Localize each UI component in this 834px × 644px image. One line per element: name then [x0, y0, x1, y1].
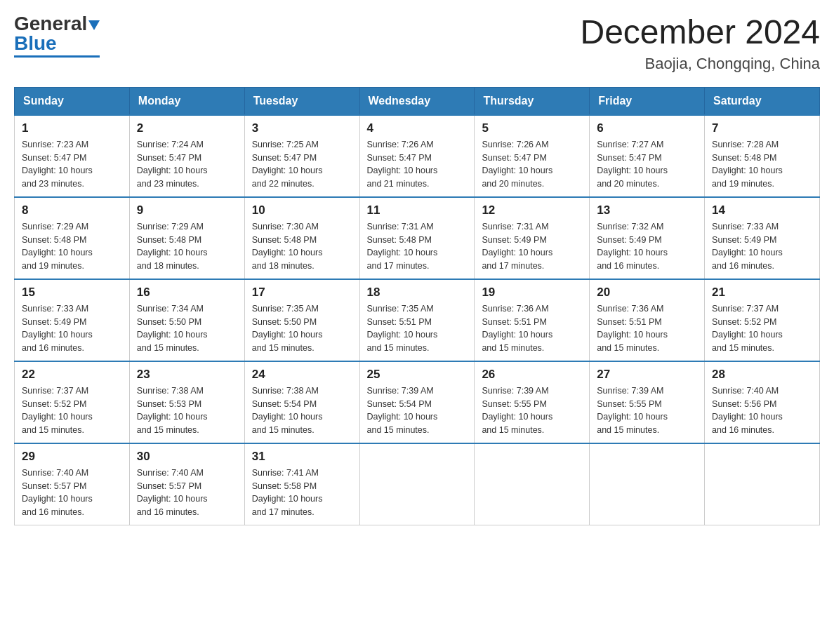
day-number: 29 [22, 450, 122, 464]
day-number: 3 [252, 121, 352, 135]
calendar-cell: 17 Sunrise: 7:35 AM Sunset: 5:50 PM Dayl… [244, 279, 359, 361]
day-info: Sunrise: 7:23 AM Sunset: 5:47 PM Dayligh… [22, 138, 122, 191]
day-info: Sunrise: 7:40 AM Sunset: 5:57 PM Dayligh… [22, 467, 122, 519]
day-info: Sunrise: 7:30 AM Sunset: 5:48 PM Dayligh… [252, 220, 352, 273]
calendar-cell: 24 Sunrise: 7:38 AM Sunset: 5:54 PM Dayl… [244, 361, 359, 443]
day-info: Sunrise: 7:28 AM Sunset: 5:48 PM Dayligh… [712, 138, 812, 191]
calendar-title: December 2024 [580, 14, 820, 51]
day-info: Sunrise: 7:40 AM Sunset: 5:56 PM Dayligh… [712, 384, 812, 437]
calendar-body: 1 Sunrise: 7:23 AM Sunset: 5:47 PM Dayli… [15, 115, 820, 525]
day-info: Sunrise: 7:31 AM Sunset: 5:49 PM Dayligh… [482, 220, 582, 273]
calendar-cell: 1 Sunrise: 7:23 AM Sunset: 5:47 PM Dayli… [15, 115, 130, 197]
col-monday: Monday [129, 87, 244, 115]
day-info: Sunrise: 7:35 AM Sunset: 5:51 PM Dayligh… [367, 302, 468, 355]
col-saturday: Saturday [705, 87, 820, 115]
day-number: 6 [597, 121, 697, 135]
logo-divider [14, 55, 100, 58]
calendar-cell: 10 Sunrise: 7:30 AM Sunset: 5:48 PM Dayl… [244, 197, 359, 279]
day-number: 28 [712, 368, 812, 382]
day-info: Sunrise: 7:39 AM Sunset: 5:55 PM Dayligh… [482, 384, 582, 437]
day-info: Sunrise: 7:26 AM Sunset: 5:47 PM Dayligh… [367, 138, 468, 191]
day-number: 16 [137, 286, 237, 300]
calendar-cell: 27 Sunrise: 7:39 AM Sunset: 5:55 PM Dayl… [590, 361, 705, 443]
calendar-cell: 8 Sunrise: 7:29 AM Sunset: 5:48 PM Dayli… [15, 197, 130, 279]
calendar-cell: 28 Sunrise: 7:40 AM Sunset: 5:56 PM Dayl… [705, 361, 820, 443]
day-number: 24 [252, 368, 352, 382]
day-info: Sunrise: 7:40 AM Sunset: 5:57 PM Dayligh… [137, 467, 237, 519]
day-info: Sunrise: 7:36 AM Sunset: 5:51 PM Dayligh… [597, 302, 697, 355]
header-row: Sunday Monday Tuesday Wednesday Thursday… [15, 87, 820, 115]
week-row-5: 29 Sunrise: 7:40 AM Sunset: 5:57 PM Dayl… [15, 443, 820, 525]
calendar-cell: 22 Sunrise: 7:37 AM Sunset: 5:52 PM Dayl… [15, 361, 130, 443]
day-number: 15 [22, 286, 122, 300]
day-info: Sunrise: 7:33 AM Sunset: 5:49 PM Dayligh… [22, 302, 122, 355]
day-number: 5 [482, 121, 582, 135]
day-info: Sunrise: 7:39 AM Sunset: 5:54 PM Dayligh… [367, 384, 468, 437]
calendar-cell: 20 Sunrise: 7:36 AM Sunset: 5:51 PM Dayl… [590, 279, 705, 361]
day-number: 12 [482, 203, 582, 217]
calendar-cell: 2 Sunrise: 7:24 AM Sunset: 5:47 PM Dayli… [129, 115, 244, 197]
calendar-cell: 13 Sunrise: 7:32 AM Sunset: 5:49 PM Dayl… [590, 197, 705, 279]
day-number: 21 [712, 286, 812, 300]
day-number: 31 [252, 450, 352, 464]
day-number: 25 [367, 368, 468, 382]
calendar-cell [359, 443, 475, 525]
calendar-cell: 12 Sunrise: 7:31 AM Sunset: 5:49 PM Dayl… [475, 197, 590, 279]
day-number: 22 [22, 368, 122, 382]
calendar-cell: 25 Sunrise: 7:39 AM Sunset: 5:54 PM Dayl… [359, 361, 475, 443]
calendar-header: Sunday Monday Tuesday Wednesday Thursday… [15, 87, 820, 115]
day-info: Sunrise: 7:26 AM Sunset: 5:47 PM Dayligh… [482, 138, 582, 191]
calendar-cell: 11 Sunrise: 7:31 AM Sunset: 5:48 PM Dayl… [359, 197, 475, 279]
day-number: 17 [252, 286, 352, 300]
day-number: 20 [597, 286, 697, 300]
calendar-cell: 16 Sunrise: 7:34 AM Sunset: 5:50 PM Dayl… [129, 279, 244, 361]
day-info: Sunrise: 7:29 AM Sunset: 5:48 PM Dayligh… [22, 220, 122, 273]
day-info: Sunrise: 7:35 AM Sunset: 5:50 PM Dayligh… [252, 302, 352, 355]
day-info: Sunrise: 7:36 AM Sunset: 5:51 PM Dayligh… [482, 302, 582, 355]
day-info: Sunrise: 7:37 AM Sunset: 5:52 PM Dayligh… [712, 302, 812, 355]
calendar-cell: 29 Sunrise: 7:40 AM Sunset: 5:57 PM Dayl… [15, 443, 130, 525]
day-info: Sunrise: 7:33 AM Sunset: 5:49 PM Dayligh… [712, 220, 812, 273]
calendar-cell: 19 Sunrise: 7:36 AM Sunset: 5:51 PM Dayl… [475, 279, 590, 361]
calendar-cell: 15 Sunrise: 7:33 AM Sunset: 5:49 PM Dayl… [15, 279, 130, 361]
calendar-cell: 18 Sunrise: 7:35 AM Sunset: 5:51 PM Dayl… [359, 279, 475, 361]
day-number: 11 [367, 203, 468, 217]
calendar-cell [590, 443, 705, 525]
calendar-subtitle: Baojia, Chongqing, China [580, 55, 820, 73]
day-number: 30 [137, 450, 237, 464]
page-header: GeneralBlue December 2024 Baojia, Chongq… [14, 14, 820, 73]
day-number: 13 [597, 203, 697, 217]
day-number: 14 [712, 203, 812, 217]
day-number: 23 [137, 368, 237, 382]
day-number: 18 [367, 286, 468, 300]
day-info: Sunrise: 7:27 AM Sunset: 5:47 PM Dayligh… [597, 138, 697, 191]
calendar-cell: 4 Sunrise: 7:26 AM Sunset: 5:47 PM Dayli… [359, 115, 475, 197]
calendar-cell: 23 Sunrise: 7:38 AM Sunset: 5:53 PM Dayl… [129, 361, 244, 443]
logo-text: GeneralBlue [14, 14, 100, 53]
calendar-cell [475, 443, 590, 525]
day-number: 9 [137, 203, 237, 217]
day-number: 2 [137, 121, 237, 135]
day-info: Sunrise: 7:41 AM Sunset: 5:58 PM Dayligh… [252, 467, 352, 519]
day-number: 27 [597, 368, 697, 382]
col-friday: Friday [590, 87, 705, 115]
calendar-cell: 26 Sunrise: 7:39 AM Sunset: 5:55 PM Dayl… [475, 361, 590, 443]
calendar-cell: 9 Sunrise: 7:29 AM Sunset: 5:48 PM Dayli… [129, 197, 244, 279]
calendar-cell: 31 Sunrise: 7:41 AM Sunset: 5:58 PM Dayl… [244, 443, 359, 525]
calendar-cell: 21 Sunrise: 7:37 AM Sunset: 5:52 PM Dayl… [705, 279, 820, 361]
day-info: Sunrise: 7:31 AM Sunset: 5:48 PM Dayligh… [367, 220, 468, 273]
day-number: 10 [252, 203, 352, 217]
logo: GeneralBlue [14, 14, 100, 58]
col-wednesday: Wednesday [359, 87, 475, 115]
day-number: 7 [712, 121, 812, 135]
calendar-cell: 14 Sunrise: 7:33 AM Sunset: 5:49 PM Dayl… [705, 197, 820, 279]
week-row-1: 1 Sunrise: 7:23 AM Sunset: 5:47 PM Dayli… [15, 115, 820, 197]
col-sunday: Sunday [15, 87, 130, 115]
day-info: Sunrise: 7:39 AM Sunset: 5:55 PM Dayligh… [597, 384, 697, 437]
logo-triangle-icon [88, 20, 100, 30]
calendar-cell: 7 Sunrise: 7:28 AM Sunset: 5:48 PM Dayli… [705, 115, 820, 197]
calendar-cell: 30 Sunrise: 7:40 AM Sunset: 5:57 PM Dayl… [129, 443, 244, 525]
week-row-3: 15 Sunrise: 7:33 AM Sunset: 5:49 PM Dayl… [15, 279, 820, 361]
day-info: Sunrise: 7:38 AM Sunset: 5:54 PM Dayligh… [252, 384, 352, 437]
title-section: December 2024 Baojia, Chongqing, China [580, 14, 820, 73]
